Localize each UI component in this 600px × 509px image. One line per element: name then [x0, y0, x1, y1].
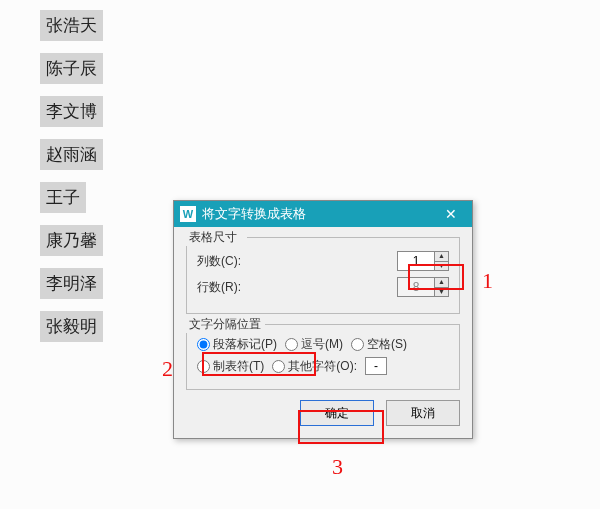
document-text-selection: 张浩天 陈子辰 李文博 赵雨涵 王子 康乃馨 李明泽 张毅明 [40, 10, 103, 354]
sep-space-radio[interactable]: 空格(S) [351, 336, 407, 353]
columns-input[interactable] [398, 252, 434, 270]
rows-spinner: ▲ ▼ [397, 277, 449, 297]
sep-comma-input[interactable] [285, 338, 298, 351]
rows-input [398, 278, 434, 296]
columns-spinner[interactable]: ▲ ▼ [397, 251, 449, 271]
selected-name: 张浩天 [40, 10, 103, 41]
table-size-group: 表格尺寸 列数(C): ▲ ▼ 行数(R): ▲ ▼ [186, 237, 460, 314]
columns-step-up[interactable]: ▲ [434, 252, 448, 262]
separator-group: 文字分隔位置 段落标记(P) 逗号(M) 空格(S) [186, 324, 460, 390]
annotation-label-3: 3 [332, 454, 343, 480]
sep-paragraph-radio[interactable]: 段落标记(P) [197, 336, 277, 353]
app-logo-icon: W [180, 206, 196, 222]
dialog-title: 将文字转换成表格 [202, 205, 306, 223]
columns-label: 列数(C): [197, 253, 267, 270]
selected-name: 张毅明 [40, 311, 103, 342]
selected-name: 康乃馨 [40, 225, 103, 256]
sep-space-input[interactable] [351, 338, 364, 351]
sep-other-radio[interactable]: 其他字符(O): [272, 358, 357, 375]
sep-other-input-radio[interactable] [272, 360, 285, 373]
dialog-titlebar[interactable]: W 将文字转换成表格 ✕ [174, 201, 472, 227]
close-button[interactable]: ✕ [436, 203, 466, 225]
selected-name: 李明泽 [40, 268, 103, 299]
convert-text-to-table-dialog: W 将文字转换成表格 ✕ 表格尺寸 列数(C): ▲ ▼ 行数(R): [173, 200, 473, 439]
cancel-button[interactable]: 取消 [386, 400, 460, 426]
selected-name: 王子 [40, 182, 86, 213]
sep-other-label: 其他字符(O): [288, 358, 357, 375]
separator-legend: 文字分隔位置 [185, 316, 265, 333]
sep-space-label: 空格(S) [367, 336, 407, 353]
sep-tab-label: 制表符(T) [213, 358, 264, 375]
ok-button[interactable]: 确定 [300, 400, 374, 426]
selected-name: 李文博 [40, 96, 103, 127]
columns-step-down[interactable]: ▼ [434, 262, 448, 271]
sep-paragraph-input[interactable] [197, 338, 210, 351]
rows-step-down: ▼ [434, 288, 448, 297]
sep-comma-radio[interactable]: 逗号(M) [285, 336, 343, 353]
selected-name: 赵雨涵 [40, 139, 103, 170]
sep-tab-input[interactable] [197, 360, 210, 373]
rows-label: 行数(R): [197, 279, 267, 296]
sep-paragraph-label: 段落标记(P) [213, 336, 277, 353]
table-size-legend: 表格尺寸 [185, 229, 241, 246]
sep-comma-label: 逗号(M) [301, 336, 343, 353]
selected-name: 陈子辰 [40, 53, 103, 84]
sep-tab-radio[interactable]: 制表符(T) [197, 358, 264, 375]
rows-step-up: ▲ [434, 278, 448, 288]
annotation-label-1: 1 [482, 268, 493, 294]
annotation-label-2: 2 [162, 356, 173, 382]
sep-other-char-input[interactable] [365, 357, 387, 375]
